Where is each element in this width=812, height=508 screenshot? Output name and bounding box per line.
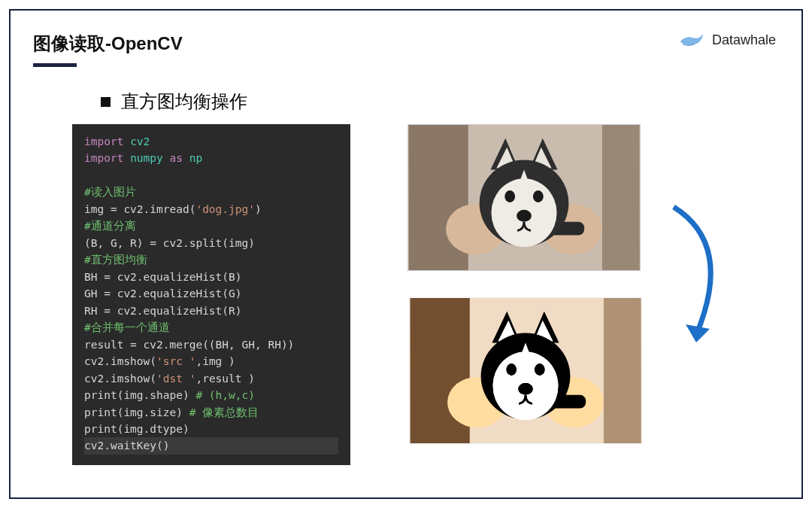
comment: #通道分离 xyxy=(84,220,136,232)
svg-point-21 xyxy=(518,383,533,395)
comment: #合并每一个通道 xyxy=(84,321,170,333)
slide-frame: Datawhale 图像读取-OpenCV 直方图均衡操作 import cv2… xyxy=(9,9,803,499)
mod-numpy: numpy xyxy=(130,152,163,164)
code-line: (B, G, R) = cv2.split(img) xyxy=(84,237,255,249)
code-line: GH = cv2.equalizeHist(G) xyxy=(84,287,242,300)
comment: #读入图片 xyxy=(84,186,136,198)
dog-illustration xyxy=(408,125,640,270)
title-underline xyxy=(33,63,77,67)
subtitle-row: 直方图均衡操作 xyxy=(101,90,779,114)
brand-logo: Datawhale xyxy=(679,30,776,50)
arrow-icon xyxy=(651,199,741,350)
svg-point-9 xyxy=(533,190,544,202)
images-column xyxy=(373,124,764,448)
code-line: RH = cv2.equalizeHist(R) xyxy=(84,305,242,317)
page-title: 图像读取-OpenCV xyxy=(33,32,779,56)
svg-marker-22 xyxy=(686,324,710,342)
source-image xyxy=(408,124,641,271)
svg-rect-2 xyxy=(602,125,639,270)
code-line: print(img.size) # 像素总数目 xyxy=(84,406,259,418)
code-line: BH = cv2.equalizeHist(B) xyxy=(84,271,242,283)
svg-point-8 xyxy=(504,190,515,202)
comment: #直方图均衡 xyxy=(84,254,147,266)
content-row: import cv2 import numpy as np #读入图片 img … xyxy=(33,124,779,465)
code-line: result = cv2.merge((BH, GH, RH)) xyxy=(84,339,294,351)
mod-cv2: cv2 xyxy=(130,135,150,148)
svg-point-19 xyxy=(506,364,517,376)
kw-import: import xyxy=(84,152,123,164)
code-line: print(img.dtype) xyxy=(84,423,189,435)
svg-point-10 xyxy=(517,210,532,222)
code-line-highlighted: cv2.waitKey() xyxy=(84,437,338,454)
dog-illustration xyxy=(410,298,641,443)
bullet-icon xyxy=(101,97,111,107)
code-line: print(img.shape) # (h,w,c) xyxy=(84,389,255,401)
svg-point-20 xyxy=(535,364,545,376)
kw-as: as xyxy=(170,152,183,164)
kw-import: import xyxy=(84,135,123,148)
result-image xyxy=(409,297,642,444)
whale-icon xyxy=(679,30,704,50)
code-line: cv2.imshow('src ',img ) xyxy=(84,355,235,367)
svg-rect-13 xyxy=(604,298,641,443)
mod-np: np xyxy=(189,152,202,164)
code-line: cv2.imshow('dst ',result ) xyxy=(84,373,255,385)
code-block: import cv2 import numpy as np #读入图片 img … xyxy=(72,124,350,465)
code-line: img = cv2.imread('dog.jpg') xyxy=(84,203,262,215)
brand-name: Datawhale xyxy=(712,32,776,48)
subtitle: 直方图均衡操作 xyxy=(121,90,247,114)
